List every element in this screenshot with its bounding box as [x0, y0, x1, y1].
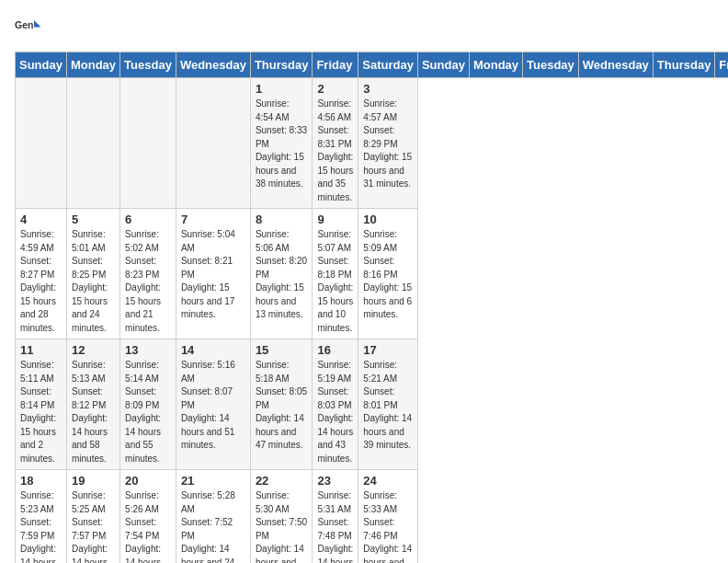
weekday-header-sunday: Sunday — [417, 52, 469, 78]
header-friday: Friday — [313, 52, 358, 78]
day-info: Sunrise: 5:13 AM Sunset: 8:12 PM Dayligh… — [72, 359, 115, 465]
day-number: 4 — [20, 213, 62, 226]
svg-text:Gen: Gen — [15, 19, 33, 30]
calendar-cell: 4Sunrise: 4:59 AM Sunset: 8:27 PM Daylig… — [16, 209, 67, 339]
weekday-header-monday: Monday — [469, 52, 522, 78]
day-number: 24 — [363, 474, 413, 488]
calendar-cell: 20Sunrise: 5:26 AM Sunset: 7:54 PM Dayli… — [120, 470, 176, 564]
day-number: 12 — [72, 343, 115, 357]
calendar-cell: 19Sunrise: 5:25 AM Sunset: 7:57 PM Dayli… — [66, 470, 119, 564]
calendar-week-row: 4Sunrise: 4:59 AM Sunset: 8:27 PM Daylig… — [16, 209, 729, 339]
day-info: Sunrise: 5:06 AM Sunset: 8:20 PM Dayligh… — [256, 228, 308, 322]
calendar-cell: 10Sunrise: 5:09 AM Sunset: 8:16 PM Dayli… — [358, 209, 418, 339]
calendar-cell — [66, 78, 119, 209]
calendar-week-row: 1Sunrise: 4:54 AM Sunset: 8:33 PM Daylig… — [16, 78, 729, 209]
day-info: Sunrise: 5:19 AM Sunset: 8:03 PM Dayligh… — [317, 359, 353, 465]
calendar-cell: 22Sunrise: 5:30 AM Sunset: 7:50 PM Dayli… — [250, 470, 313, 564]
svg-marker-1 — [34, 20, 41, 28]
calendar-cell: 5Sunrise: 5:01 AM Sunset: 8:25 PM Daylig… — [66, 209, 119, 339]
day-number: 1 — [256, 82, 308, 96]
header-saturday: Saturday — [358, 52, 418, 78]
day-number: 9 — [317, 213, 353, 226]
weekday-header-tuesday: Tuesday — [523, 52, 579, 78]
calendar-table: SundayMondayTuesdayWednesdayThursdayFrid… — [15, 52, 728, 563]
calendar-cell: 3Sunrise: 4:57 AM Sunset: 8:29 PM Daylig… — [358, 78, 418, 209]
day-info: Sunrise: 5:16 AM Sunset: 8:07 PM Dayligh… — [181, 359, 245, 453]
day-number: 22 — [256, 474, 308, 488]
day-number: 8 — [256, 213, 308, 226]
calendar-cell: 17Sunrise: 5:21 AM Sunset: 8:01 PM Dayli… — [358, 339, 418, 470]
day-info: Sunrise: 5:33 AM Sunset: 7:46 PM Dayligh… — [363, 489, 413, 563]
weekday-header-thursday: Thursday — [653, 52, 715, 78]
calendar-cell: 12Sunrise: 5:13 AM Sunset: 8:12 PM Dayli… — [66, 339, 119, 470]
day-number: 7 — [181, 213, 245, 226]
day-number: 3 — [363, 82, 413, 96]
header-monday: Monday — [66, 52, 119, 78]
calendar-cell: 23Sunrise: 5:31 AM Sunset: 7:48 PM Dayli… — [313, 470, 358, 564]
day-info: Sunrise: 5:01 AM Sunset: 8:25 PM Dayligh… — [72, 228, 115, 335]
weekday-header-friday: Friday — [715, 52, 728, 78]
header-wednesday: Wednesday — [176, 52, 250, 78]
header-tuesday: Tuesday — [120, 52, 176, 78]
calendar-cell: 15Sunrise: 5:18 AM Sunset: 8:05 PM Dayli… — [250, 339, 313, 470]
calendar-cell — [120, 78, 176, 209]
calendar-week-row: 18Sunrise: 5:23 AM Sunset: 7:59 PM Dayli… — [16, 470, 729, 564]
day-number: 14 — [181, 343, 245, 357]
calendar-cell: 18Sunrise: 5:23 AM Sunset: 7:59 PM Dayli… — [16, 470, 67, 564]
day-info: Sunrise: 5:02 AM Sunset: 8:23 PM Dayligh… — [125, 228, 171, 335]
page-header: Gen — [15, 15, 713, 42]
day-number: 18 — [20, 474, 62, 488]
day-number: 2 — [317, 82, 353, 96]
day-number: 15 — [256, 343, 308, 357]
day-number: 10 — [363, 213, 413, 226]
day-number: 21 — [181, 474, 245, 488]
day-info: Sunrise: 5:18 AM Sunset: 8:05 PM Dayligh… — [256, 359, 308, 453]
day-info: Sunrise: 5:09 AM Sunset: 8:16 PM Dayligh… — [363, 228, 413, 322]
calendar-cell: 9Sunrise: 5:07 AM Sunset: 8:18 PM Daylig… — [313, 209, 358, 339]
day-info: Sunrise: 5:25 AM Sunset: 7:57 PM Dayligh… — [72, 489, 115, 563]
calendar-cell: 13Sunrise: 5:14 AM Sunset: 8:09 PM Dayli… — [120, 339, 176, 470]
calendar-cell: 8Sunrise: 5:06 AM Sunset: 8:20 PM Daylig… — [250, 209, 313, 339]
day-info: Sunrise: 5:28 AM Sunset: 7:52 PM Dayligh… — [181, 489, 245, 563]
calendar-cell: 2Sunrise: 4:56 AM Sunset: 8:31 PM Daylig… — [313, 78, 358, 209]
day-number: 20 — [125, 474, 171, 488]
day-info: Sunrise: 4:56 AM Sunset: 8:31 PM Dayligh… — [317, 98, 353, 204]
calendar-cell: 7Sunrise: 5:04 AM Sunset: 8:21 PM Daylig… — [176, 209, 250, 339]
calendar-cell: 16Sunrise: 5:19 AM Sunset: 8:03 PM Dayli… — [313, 339, 358, 470]
day-number: 23 — [317, 474, 353, 488]
calendar-cell: 6Sunrise: 5:02 AM Sunset: 8:23 PM Daylig… — [120, 209, 176, 339]
logo-icon: Gen — [15, 15, 42, 42]
day-info: Sunrise: 5:07 AM Sunset: 8:18 PM Dayligh… — [317, 228, 353, 335]
day-number: 17 — [363, 343, 413, 357]
day-info: Sunrise: 5:04 AM Sunset: 8:21 PM Dayligh… — [181, 228, 245, 322]
day-info: Sunrise: 5:14 AM Sunset: 8:09 PM Dayligh… — [125, 359, 171, 465]
day-number: 6 — [125, 213, 171, 226]
day-info: Sunrise: 5:23 AM Sunset: 7:59 PM Dayligh… — [20, 489, 62, 563]
calendar-cell: 11Sunrise: 5:11 AM Sunset: 8:14 PM Dayli… — [16, 339, 67, 470]
day-number: 5 — [72, 213, 115, 226]
weekday-header-wednesday: Wednesday — [578, 52, 653, 78]
day-info: Sunrise: 5:30 AM Sunset: 7:50 PM Dayligh… — [256, 489, 308, 563]
day-info: Sunrise: 5:26 AM Sunset: 7:54 PM Dayligh… — [125, 489, 171, 563]
day-info: Sunrise: 4:57 AM Sunset: 8:29 PM Dayligh… — [363, 98, 413, 191]
logo: Gen — [15, 15, 46, 42]
day-info: Sunrise: 5:31 AM Sunset: 7:48 PM Dayligh… — [317, 489, 353, 563]
day-number: 13 — [125, 343, 171, 357]
calendar-cell — [176, 78, 250, 209]
day-info: Sunrise: 4:59 AM Sunset: 8:27 PM Dayligh… — [20, 228, 62, 335]
day-number: 16 — [317, 343, 353, 357]
calendar-cell: 24Sunrise: 5:33 AM Sunset: 7:46 PM Dayli… — [358, 470, 418, 564]
calendar-cell: 14Sunrise: 5:16 AM Sunset: 8:07 PM Dayli… — [176, 339, 250, 470]
calendar-cell: 1Sunrise: 4:54 AM Sunset: 8:33 PM Daylig… — [250, 78, 313, 209]
day-info: Sunrise: 5:11 AM Sunset: 8:14 PM Dayligh… — [20, 359, 62, 465]
calendar-cell: 21Sunrise: 5:28 AM Sunset: 7:52 PM Dayli… — [176, 470, 250, 564]
header-sunday: Sunday — [16, 52, 67, 78]
day-info: Sunrise: 4:54 AM Sunset: 8:33 PM Dayligh… — [256, 98, 308, 191]
day-number: 11 — [20, 343, 62, 357]
day-info: Sunrise: 5:21 AM Sunset: 8:01 PM Dayligh… — [363, 359, 413, 453]
calendar-cell — [16, 78, 67, 209]
calendar-header-row: SundayMondayTuesdayWednesdayThursdayFrid… — [16, 52, 729, 78]
day-number: 19 — [72, 474, 115, 488]
calendar-week-row: 11Sunrise: 5:11 AM Sunset: 8:14 PM Dayli… — [16, 339, 729, 470]
header-thursday: Thursday — [250, 52, 313, 78]
